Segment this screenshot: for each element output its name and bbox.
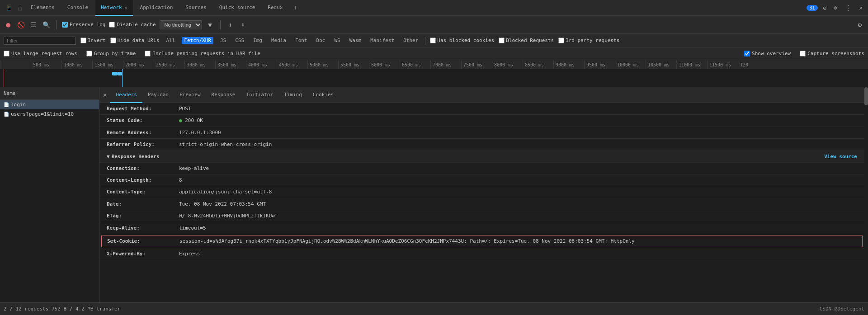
capture-screenshots-option[interactable]: Capture screenshots [800,51,864,56]
filter-type-font[interactable]: Font [293,37,310,44]
detail-tab-initiator[interactable]: Initiator [241,87,279,103]
request-item-users[interactable]: 📄 users?page=1&limit=10 [0,109,99,119]
resp-date-row: Date: Tue, 08 Nov 2022 07:03:54 GMT [99,198,864,210]
tick-11000: 11000 ms [676,60,707,69]
tab-console[interactable]: Console [62,0,94,16]
throttle-dropdown-icon[interactable]: ▼ [206,21,215,28]
third-party-label[interactable]: 3rd-party requests [558,38,619,43]
request-item-login[interactable]: 📄 login [0,100,99,109]
filter-type-wasm[interactable]: Wasm [347,37,364,44]
filter-input[interactable] [4,37,76,45]
detail-tab-preview[interactable]: Preview [174,87,206,103]
tick-10000: 10000 ms [615,60,646,69]
tab-elements[interactable]: Elements [25,0,60,16]
response-headers-section[interactable]: ▼ Response Headers View source [99,151,864,163]
group-by-frame-option[interactable]: Group by frame [86,51,136,56]
device-icon[interactable]: 📱 [4,5,14,11]
tab-network[interactable]: Network ✕ [95,0,132,16]
close-devtools-icon[interactable]: ✕ [857,5,864,11]
tab-network-close[interactable]: ✕ [125,5,127,10]
tick-6000: 6000 ms [369,60,400,69]
has-blocked-cookies-checkbox[interactable] [430,38,436,43]
show-overview-option[interactable]: Show overview [744,51,791,56]
view-source-button[interactable]: View source [824,154,857,160]
settings-icon[interactable]: ⚙ [821,5,829,11]
tab-application[interactable]: Application [135,0,179,16]
invert-label[interactable]: Invert [80,38,106,43]
preserve-log-label[interactable]: Preserve log [62,22,105,28]
filter-type-other[interactable]: Other [401,37,420,44]
detail-tab-cookies[interactable]: Cookies [307,87,339,103]
disable-cache-checkbox[interactable] [109,22,115,28]
disable-cache-label[interactable]: Disable cache [109,22,156,28]
tab-bar-left: 📱 ⬚ Elements Console Network ✕ Applicati… [4,0,301,16]
tab-bar: 📱 ⬚ Elements Console Network ✕ Applicati… [0,0,868,16]
export-har-icon[interactable]: ⬇ [239,21,248,28]
detail-tab-headers[interactable]: Headers [110,87,142,103]
devices-icon[interactable]: ⊕ [832,5,839,11]
include-har-checkbox[interactable] [145,51,151,56]
throttle-select[interactable]: No throttling Slow 3G Fast 3G Offline [160,20,202,29]
filter-type-all[interactable]: All [164,37,177,44]
tl-bar-2 [118,72,122,75]
hide-data-urls-checkbox[interactable] [110,38,116,43]
tick-5000: 5000 ms [307,60,338,69]
preserve-log-checkbox[interactable] [62,22,68,28]
detail-close-button[interactable]: ✕ [103,91,107,99]
hide-data-urls-label[interactable]: Hide data URLs [110,38,160,43]
resp-connection-row: Connection: keep-alive [99,163,864,174]
filter-type-css[interactable]: CSS [233,37,246,44]
blocked-requests-checkbox[interactable] [499,38,505,43]
third-party-checkbox[interactable] [558,38,564,43]
inspect-icon[interactable]: ⬚ [16,5,24,11]
tick-6500: 6500 ms [400,60,430,69]
blocked-requests-label[interactable]: Blocked Requests [499,38,554,43]
include-har-option[interactable]: Include pending requests in HAR file [145,51,260,56]
detail-tab-response[interactable]: Response [206,87,241,103]
record-icon[interactable]: ● [4,20,13,29]
tab-add-button[interactable]: + [290,4,301,11]
detail-tab-timing[interactable]: Timing [278,87,307,103]
tick-8000: 8000 ms [492,60,523,69]
tab-sources[interactable]: Sources [180,0,212,16]
resp-keep-alive-row: Keep-Alive: timeout=5 [99,222,864,234]
status-text: 2 / 12 requests 752 B / 4.2 MB transfer [4,306,120,312]
detail-content[interactable]: Request Method: POST Status Code: ● 200 … [99,103,864,302]
show-overview-checkbox[interactable] [744,51,750,56]
filter-type-fetch-xhr[interactable]: Fetch/XHR [182,37,213,44]
settings-panel-icon[interactable]: ⚙ [855,21,864,28]
tab-redux[interactable]: Redux [262,0,288,16]
tick-5500: 5500 ms [338,60,369,69]
clear-icon[interactable]: 🚫 [16,21,25,28]
capture-screenshots-checkbox[interactable] [800,51,806,56]
filter-type-js[interactable]: JS [218,37,228,44]
tick-1000: 1000 ms [61,60,92,69]
status-bar: 2 / 12 requests 752 B / 4.2 MB transfer … [0,302,868,315]
tl-marker-1 [4,69,4,87]
group-by-frame-checkbox[interactable] [86,51,92,56]
resp-content-length-row: Content-Length: 8 [99,174,864,186]
filter-toggle-icon[interactable]: ☰ [29,21,38,28]
large-rows-checkbox[interactable] [4,51,9,56]
filter-type-manifest[interactable]: Manifest [368,37,396,44]
request-file-icon-login: 📄 [4,102,9,107]
filter-type-media[interactable]: Media [269,37,288,44]
section-arrow-icon: ▼ [107,154,110,160]
tick-9500: 9500 ms [584,60,615,69]
more-icon[interactable]: ⋮ [843,4,854,12]
large-rows-option[interactable]: Use large request rows [4,51,77,56]
detail-tab-payload[interactable]: Payload [142,87,174,103]
tick-3500: 3500 ms [215,60,246,69]
tick-11500: 11500 ms [707,60,738,69]
name-column-header: Name [0,87,99,100]
filter-type-ws[interactable]: WS [332,37,342,44]
tab-quick-source[interactable]: Quick source [214,0,260,16]
has-blocked-cookies-label[interactable]: Has blocked cookies [430,38,494,43]
invert-checkbox[interactable] [80,38,86,43]
filter-type-img[interactable]: Img [251,37,264,44]
filter-type-doc[interactable]: Doc [314,37,328,44]
detail-scrollbar[interactable] [864,87,868,302]
import-har-icon[interactable]: ⬆ [226,21,235,28]
search-icon[interactable]: 🔍 [42,21,51,28]
tick-2000: 2000 ms [123,60,154,69]
